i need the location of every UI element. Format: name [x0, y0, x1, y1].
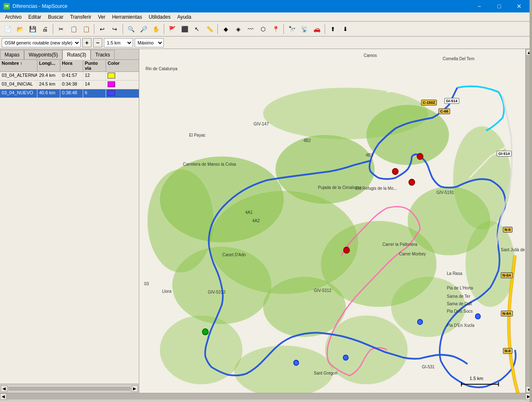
- badge-nii-bottom: N-II: [503, 348, 512, 354]
- label-carrer-pallonera: Carrer la Pallonera: [382, 242, 417, 247]
- open-button[interactable]: 📂: [14, 23, 26, 35]
- label-giv5313: GIV-5313: [208, 290, 225, 294]
- route-button[interactable]: ⬛: [179, 23, 190, 35]
- vehicle-button[interactable]: 🚗: [311, 23, 323, 35]
- scroll-track[interactable]: [8, 387, 131, 390]
- td-0-4: [106, 72, 121, 80]
- poi-button[interactable]: 📍: [270, 23, 281, 35]
- area-button[interactable]: ⬡: [257, 23, 269, 35]
- minimize-button[interactable]: −: [470, 0, 489, 12]
- scroll-left-button[interactable]: ◀: [1, 385, 7, 392]
- label-llora: Llora: [162, 289, 171, 294]
- route-create-button[interactable]: ◈: [232, 23, 244, 35]
- svg-point-19: [344, 247, 350, 253]
- map-area[interactable]: 1.5 km Camos Cornella Del Tem GIV-147 4B…: [139, 49, 525, 393]
- waypoint-button[interactable]: ◆: [220, 23, 232, 35]
- td-2-1: 40.6 km: [37, 89, 60, 98]
- route-row-2[interactable]: 03_04_NUEVO40.6 km0:38:486: [0, 89, 139, 98]
- label-pujada: Pujada de la Cimalossa: [318, 185, 362, 190]
- tab-mapas[interactable]: Mapas: [0, 50, 24, 59]
- svg-point-3: [209, 191, 358, 294]
- mode-select[interactable]: Máximo: [135, 38, 164, 47]
- label-carretera: Carretera de Manso la Colsa: [183, 162, 236, 167]
- track-button[interactable]: 〰: [245, 23, 256, 35]
- print-button[interactable]: 🖨: [39, 23, 51, 35]
- td-1-4: [106, 81, 121, 89]
- td-0-2: 0:41:57: [60, 72, 83, 80]
- map-select[interactable]: OSM generic routable (new style): [2, 38, 81, 47]
- zoom-out-button[interactable]: −: [93, 38, 102, 47]
- svg-point-6: [172, 247, 271, 324]
- th-hora[interactable]: Hora: [60, 60, 83, 71]
- find-near-button[interactable]: 🔭: [286, 23, 298, 35]
- td-0-1: 29.4 km: [37, 72, 60, 80]
- svg-point-11: [391, 277, 466, 337]
- svg-point-8: [148, 169, 214, 272]
- tab-waypoints[interactable]: Waypoints(5): [24, 50, 62, 59]
- pan-tool[interactable]: ✋: [150, 23, 162, 35]
- undo-button[interactable]: ↩: [96, 23, 108, 35]
- maximize-button[interactable]: □: [490, 0, 509, 12]
- menu-item-ayuda[interactable]: Ayuda: [174, 13, 195, 21]
- select-button[interactable]: ↖: [191, 23, 203, 35]
- panel-resize-handle[interactable]: · · ·: [530, 0, 532, 402]
- titlebar-left: 🗺 Diferencias - MapSource: [3, 3, 67, 10]
- scroll-right-button[interactable]: ▶: [131, 385, 138, 392]
- menubar: ArchivoEditarBuscarTransferirVerHerramie…: [0, 12, 532, 22]
- label-sant-gregori: Sant Gregori: [314, 371, 337, 375]
- td-2-2: 0:38:48: [60, 89, 83, 98]
- svg-point-4: [321, 221, 436, 307]
- separator-4: [164, 24, 164, 34]
- copy-button[interactable]: 📋: [68, 23, 79, 35]
- map-canvas[interactable]: 1.5 km Camos Cornella Del Tem GIV-147 4B…: [139, 49, 525, 393]
- transfer-button[interactable]: ⬆: [327, 23, 339, 35]
- find-button[interactable]: 🔍: [125, 23, 137, 35]
- tab-rutas[interactable]: Rutas(3): [62, 50, 91, 60]
- cut-button[interactable]: ✂: [55, 23, 67, 35]
- app-title: Diferencias - MapSource: [12, 3, 67, 9]
- geocode-button[interactable]: 📡: [298, 23, 310, 35]
- menu-item-editar[interactable]: Editar: [25, 13, 44, 21]
- close-button[interactable]: ✕: [510, 0, 529, 12]
- zoom-in-button[interactable]: +: [82, 38, 91, 47]
- th-longitud[interactable]: Longi...: [37, 60, 60, 71]
- color-swatch-2: [108, 90, 115, 96]
- separator-7: [325, 24, 325, 34]
- new-button[interactable]: 📄: [2, 23, 13, 35]
- svg-point-9: [263, 88, 428, 139]
- hscroll-left-button[interactable]: ◀: [0, 393, 7, 400]
- label-giv5191: GIV-5191: [436, 190, 454, 195]
- route-row-1[interactable]: 03_04_INICIAL24.5 km0:34:3814: [0, 81, 139, 89]
- menu-item-transferir[interactable]: Transferir: [67, 13, 95, 21]
- redo-button[interactable]: ↪: [109, 23, 121, 35]
- menu-item-ver[interactable]: Ver: [95, 13, 109, 21]
- hscroll-track[interactable]: [7, 393, 525, 400]
- color-swatch-1: [108, 81, 115, 87]
- menu-item-utilidades[interactable]: Utilidades: [145, 13, 174, 21]
- tab-tracks[interactable]: Tracks: [91, 50, 115, 59]
- receive-button[interactable]: ⬇: [340, 23, 351, 35]
- menu-item-archivo[interactable]: Archivo: [2, 13, 25, 21]
- th-nombre[interactable]: Nombre ↑: [0, 60, 37, 71]
- label-camos: Camos: [364, 53, 377, 58]
- measure-button[interactable]: 📏: [204, 23, 215, 35]
- th-punto_via[interactable]: Punto vía: [83, 60, 106, 71]
- save-button[interactable]: 💾: [27, 23, 38, 35]
- svg-point-10: [453, 126, 511, 229]
- flag-button[interactable]: 🚩: [166, 23, 178, 35]
- paste-button[interactable]: 📋: [80, 23, 92, 35]
- separator-1: [53, 24, 53, 34]
- badge-c150z: C-150Z: [421, 100, 437, 105]
- menu-item-buscar[interactable]: Buscar: [44, 13, 66, 21]
- svg-point-22: [343, 355, 348, 360]
- label-pla-xucla: Pla D'En Xucla: [447, 323, 474, 328]
- svg-text:1.5 km: 1.5 km: [470, 376, 483, 381]
- label-4b1: 4B1: [366, 153, 373, 157]
- route-row-0[interactable]: 03_04_ALTERNATIVO29.4 km0:41:5712: [0, 72, 139, 81]
- menu-item-herramientas[interactable]: Herramientas: [109, 13, 145, 21]
- distance-select[interactable]: 1.5 km: [104, 38, 133, 47]
- th-color[interactable]: Color: [106, 60, 121, 71]
- zoom-in-tool[interactable]: 🔎: [138, 23, 149, 35]
- left-panel-scrollbar: ◀ ▶: [0, 384, 139, 393]
- route-table: 03_04_ALTERNATIVO29.4 km0:41:571203_04_I…: [0, 72, 139, 384]
